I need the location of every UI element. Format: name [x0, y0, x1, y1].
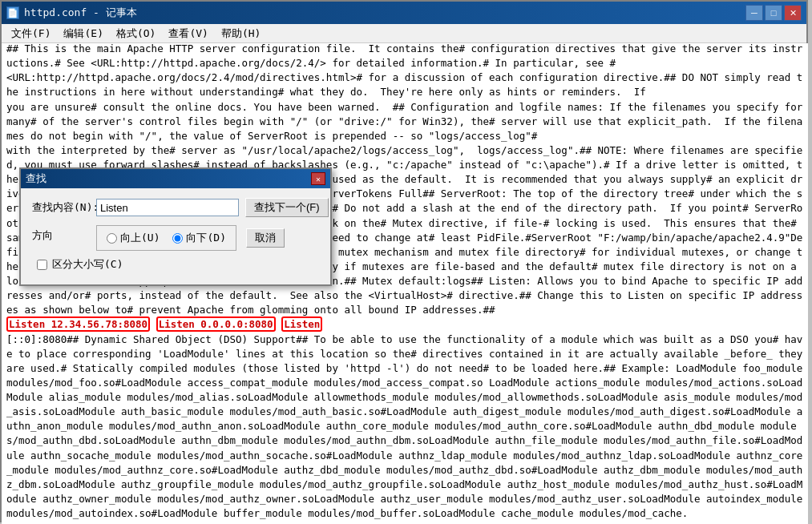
menu-format[interactable]: 格式(O): [110, 25, 162, 42]
direction-label-space: 方向: [32, 225, 96, 251]
menu-help[interactable]: 帮助(H): [215, 25, 267, 42]
find-next-button[interactable]: 查找下一个(F): [245, 198, 329, 217]
close-button[interactable]: ✕: [784, 5, 802, 21]
window-controls: ─ □ ✕: [745, 5, 802, 21]
minimize-button[interactable]: ─: [745, 5, 763, 21]
radio-up-label: 向上(U): [120, 231, 160, 245]
dialog-body: 查找内容(N): 查找下一个(F) 方向 向上(U): [21, 188, 330, 284]
radio-down[interactable]: 向下(D): [172, 231, 225, 245]
menu-file[interactable]: 文件(F): [5, 25, 57, 42]
direction-container: 方向 向上(U) 向下(D): [32, 225, 319, 251]
menu-edit[interactable]: 编辑(E): [57, 25, 109, 42]
case-label: 区分大小写(C): [52, 257, 123, 272]
cancel-container: 取消: [246, 225, 285, 251]
title-bar-left: 📄 httpd.conf - 记事本: [6, 6, 137, 20]
app-icon: 📄: [6, 6, 19, 19]
menu-bar: 文件(F) 编辑(E) 格式(O) 查看(V) 帮助(H): [2, 24, 806, 43]
radio-down-label: 向下(D): [186, 231, 225, 245]
main-window: 📄 httpd.conf - 记事本 ─ □ ✕ 文件(F) 编辑(E) 格式(…: [0, 0, 808, 522]
find-row: 查找内容(N): 查找下一个(F): [32, 198, 319, 217]
dialog-close-button[interactable]: ✕: [311, 172, 325, 185]
cancel-button[interactable]: 取消: [246, 228, 285, 248]
find-input[interactable]: [96, 199, 239, 216]
case-row: 区分大小写(C): [37, 257, 319, 272]
menu-view[interactable]: 查看(V): [162, 25, 214, 42]
radio-up[interactable]: 向上(U): [107, 231, 160, 245]
radio-down-input[interactable]: [172, 233, 183, 244]
dialog-title-bar: 查找 ✕: [21, 169, 330, 188]
restore-button[interactable]: □: [765, 5, 782, 21]
window-title: httpd.conf - 记事本: [24, 6, 137, 20]
dialog-title: 查找: [26, 171, 46, 186]
main-content-area: ## This is the main Apache HTTP server c…: [2, 43, 808, 524]
radio-up-input[interactable]: [107, 233, 117, 244]
direction-label: 方向: [32, 228, 90, 243]
case-checkbox[interactable]: [37, 260, 47, 270]
title-bar: 📄 httpd.conf - 记事本 ─ □ ✕: [2, 2, 806, 24]
find-dialog: 查找 ✕ 查找内容(N): 查找下一个(F) 方向: [19, 167, 332, 286]
direction-group: 向上(U) 向下(D): [96, 225, 236, 251]
find-label: 查找内容(N):: [32, 200, 90, 215]
